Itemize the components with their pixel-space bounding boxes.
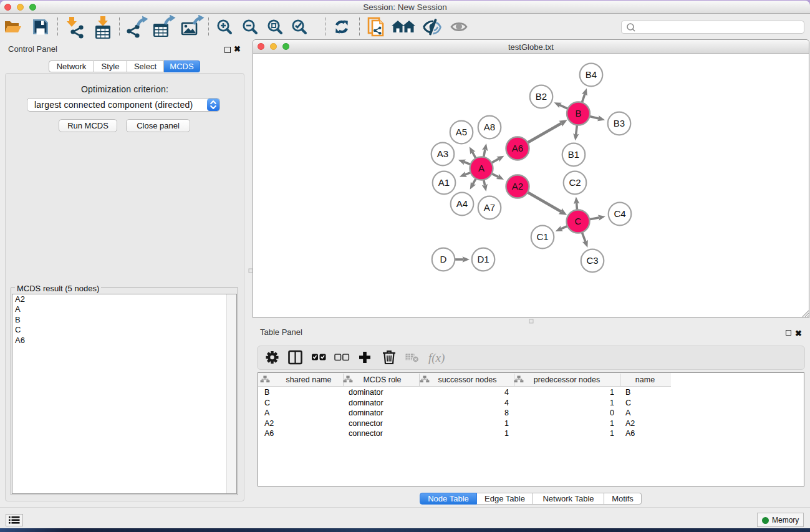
svg-text:D1: D1 [477,254,489,264]
svg-text:B: B [575,108,581,118]
svg-text:A5: A5 [456,127,467,137]
svg-text:A3: A3 [437,148,448,159]
svg-text:A2: A2 [512,181,523,191]
svg-text:B1: B1 [568,149,579,160]
svg-text:A4: A4 [456,198,468,209]
svg-text:C3: C3 [586,255,598,266]
svg-text:A6: A6 [512,143,523,153]
svg-text:B3: B3 [614,118,625,128]
svg-text:A7: A7 [484,202,495,213]
svg-text:C4: C4 [614,208,625,219]
svg-text:A: A [478,163,485,173]
svg-text:A8: A8 [484,122,495,132]
svg-text:C: C [575,216,582,226]
svg-text:f(x): f(x) [428,351,445,365]
svg-text:B4: B4 [586,69,597,80]
svg-text:A1: A1 [438,177,450,188]
svg-text:B2: B2 [536,91,547,102]
svg-text:C1: C1 [536,231,548,242]
svg-text:C2: C2 [569,177,581,188]
svg-text:D: D [440,254,447,264]
